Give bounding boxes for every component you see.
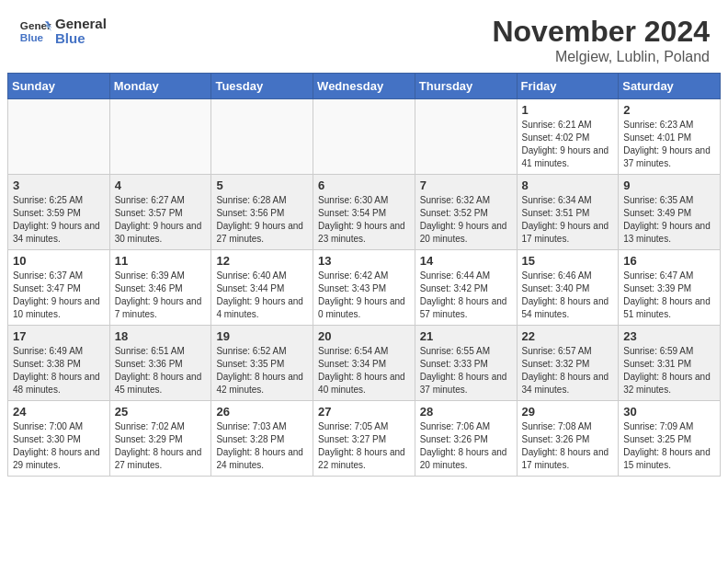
day-number: 18 (115, 329, 207, 343)
day-number: 12 (216, 254, 308, 268)
day-number: 16 (623, 254, 715, 268)
calendar-cell: 25Sunrise: 7:02 AM Sunset: 3:29 PM Dayli… (109, 401, 211, 477)
day-info: Sunrise: 6:30 AM Sunset: 3:54 PM Dayligh… (318, 194, 410, 246)
day-number: 25 (115, 405, 207, 419)
calendar-cell: 28Sunrise: 7:06 AM Sunset: 3:26 PM Dayli… (415, 401, 517, 477)
page-header: General Blue General Blue November 2024 … (0, 0, 728, 73)
calendar-cell: 4Sunrise: 6:27 AM Sunset: 3:57 PM Daylig… (109, 175, 211, 250)
calendar-cell: 27Sunrise: 7:05 AM Sunset: 3:27 PM Dayli… (313, 401, 415, 477)
day-info: Sunrise: 6:52 AM Sunset: 3:35 PM Dayligh… (216, 345, 308, 396)
calendar-cell: 29Sunrise: 7:08 AM Sunset: 3:26 PM Dayli… (517, 401, 619, 477)
day-number: 2 (623, 103, 715, 117)
calendar-cell (8, 99, 110, 175)
day-number: 28 (420, 405, 512, 419)
day-info: Sunrise: 7:09 AM Sunset: 3:25 PM Dayligh… (623, 420, 715, 472)
calendar-cell: 6Sunrise: 6:30 AM Sunset: 3:54 PM Daylig… (313, 175, 415, 250)
day-number: 20 (318, 329, 410, 343)
calendar-body: 1Sunrise: 6:21 AM Sunset: 4:02 PM Daylig… (8, 99, 721, 477)
day-info: Sunrise: 6:21 AM Sunset: 4:02 PM Dayligh… (522, 119, 614, 170)
day-info: Sunrise: 6:44 AM Sunset: 3:42 PM Dayligh… (420, 270, 512, 321)
day-number: 22 (522, 329, 614, 343)
day-info: Sunrise: 6:25 AM Sunset: 3:59 PM Dayligh… (13, 194, 105, 246)
day-info: Sunrise: 6:51 AM Sunset: 3:36 PM Dayligh… (115, 345, 207, 396)
day-info: Sunrise: 6:57 AM Sunset: 3:32 PM Dayligh… (522, 345, 614, 396)
calendar-cell: 12Sunrise: 6:40 AM Sunset: 3:44 PM Dayli… (211, 250, 313, 326)
day-number: 27 (318, 405, 410, 419)
day-number: 7 (420, 178, 512, 192)
logo-general: General (55, 17, 107, 32)
day-number: 1 (522, 103, 614, 117)
day-number: 11 (115, 254, 207, 268)
day-info: Sunrise: 6:28 AM Sunset: 3:56 PM Dayligh… (216, 194, 308, 246)
week-row-4: 17Sunrise: 6:49 AM Sunset: 3:38 PM Dayli… (8, 326, 721, 401)
calendar-cell: 21Sunrise: 6:55 AM Sunset: 3:33 PM Dayli… (415, 326, 517, 401)
day-info: Sunrise: 7:05 AM Sunset: 3:27 PM Dayligh… (318, 420, 410, 472)
day-info: Sunrise: 6:54 AM Sunset: 3:34 PM Dayligh… (318, 345, 410, 396)
day-number: 29 (522, 405, 614, 419)
day-number: 9 (623, 178, 715, 192)
calendar-cell: 15Sunrise: 6:46 AM Sunset: 3:40 PM Dayli… (517, 250, 619, 326)
day-info: Sunrise: 6:42 AM Sunset: 3:43 PM Dayligh… (318, 270, 410, 321)
calendar-cell: 16Sunrise: 6:47 AM Sunset: 3:39 PM Dayli… (619, 250, 721, 326)
calendar-cell: 26Sunrise: 7:03 AM Sunset: 3:28 PM Dayli… (211, 401, 313, 477)
header-monday: Monday (109, 74, 211, 99)
calendar-cell: 10Sunrise: 6:37 AM Sunset: 3:47 PM Dayli… (8, 250, 110, 326)
calendar-cell: 8Sunrise: 6:34 AM Sunset: 3:51 PM Daylig… (517, 175, 619, 250)
day-number: 10 (13, 254, 105, 268)
header-sunday: Sunday (8, 74, 110, 99)
day-number: 26 (216, 405, 308, 419)
title-area: November 2024 Melgiew, Lublin, Poland (492, 15, 710, 65)
day-info: Sunrise: 6:47 AM Sunset: 3:39 PM Dayligh… (623, 270, 715, 321)
day-number: 21 (420, 329, 512, 343)
calendar-cell: 23Sunrise: 6:59 AM Sunset: 3:31 PM Dayli… (619, 326, 721, 401)
day-info: Sunrise: 7:03 AM Sunset: 3:28 PM Dayligh… (216, 420, 308, 472)
calendar-cell: 5Sunrise: 6:28 AM Sunset: 3:56 PM Daylig… (211, 175, 313, 250)
day-info: Sunrise: 6:35 AM Sunset: 3:49 PM Dayligh… (623, 194, 715, 246)
location-subtitle: Melgiew, Lublin, Poland (492, 49, 710, 65)
day-info: Sunrise: 6:27 AM Sunset: 3:57 PM Dayligh… (115, 194, 207, 246)
calendar-cell (415, 99, 517, 175)
day-info: Sunrise: 6:23 AM Sunset: 4:01 PM Dayligh… (623, 119, 715, 170)
day-info: Sunrise: 6:40 AM Sunset: 3:44 PM Dayligh… (216, 270, 308, 321)
calendar-cell (109, 99, 211, 175)
day-info: Sunrise: 6:46 AM Sunset: 3:40 PM Dayligh… (522, 270, 614, 321)
logo-blue: Blue (55, 31, 107, 47)
day-info: Sunrise: 6:59 AM Sunset: 3:31 PM Dayligh… (623, 345, 715, 396)
calendar-cell: 9Sunrise: 6:35 AM Sunset: 3:49 PM Daylig… (619, 175, 721, 250)
header-saturday: Saturday (619, 74, 721, 99)
calendar-cell: 18Sunrise: 6:51 AM Sunset: 3:36 PM Dayli… (109, 326, 211, 401)
calendar-cell: 3Sunrise: 6:25 AM Sunset: 3:59 PM Daylig… (8, 175, 110, 250)
week-row-1: 1Sunrise: 6:21 AM Sunset: 4:02 PM Daylig… (8, 99, 721, 175)
day-info: Sunrise: 6:32 AM Sunset: 3:52 PM Dayligh… (420, 194, 512, 246)
calendar-cell (313, 99, 415, 175)
calendar-cell (211, 99, 313, 175)
day-number: 15 (522, 254, 614, 268)
calendar-header: Sunday Monday Tuesday Wednesday Thursday… (8, 74, 721, 99)
day-number: 6 (318, 178, 410, 192)
calendar-cell: 24Sunrise: 7:00 AM Sunset: 3:30 PM Dayli… (8, 401, 110, 477)
logo-icon: General Blue (18, 15, 51, 48)
day-number: 4 (115, 178, 207, 192)
day-info: Sunrise: 6:49 AM Sunset: 3:38 PM Dayligh… (13, 345, 105, 396)
calendar-cell: 2Sunrise: 6:23 AM Sunset: 4:01 PM Daylig… (619, 99, 721, 175)
day-number: 17 (13, 329, 105, 343)
day-info: Sunrise: 6:39 AM Sunset: 3:46 PM Dayligh… (115, 270, 207, 321)
calendar-cell: 22Sunrise: 6:57 AM Sunset: 3:32 PM Dayli… (517, 326, 619, 401)
calendar-cell: 7Sunrise: 6:32 AM Sunset: 3:52 PM Daylig… (415, 175, 517, 250)
header-tuesday: Tuesday (211, 74, 313, 99)
day-info: Sunrise: 7:08 AM Sunset: 3:26 PM Dayligh… (522, 420, 614, 472)
weekday-header-row: Sunday Monday Tuesday Wednesday Thursday… (8, 74, 721, 99)
week-row-5: 24Sunrise: 7:00 AM Sunset: 3:30 PM Dayli… (8, 401, 721, 477)
week-row-3: 10Sunrise: 6:37 AM Sunset: 3:47 PM Dayli… (8, 250, 721, 326)
day-number: 19 (216, 329, 308, 343)
week-row-2: 3Sunrise: 6:25 AM Sunset: 3:59 PM Daylig… (8, 175, 721, 250)
day-number: 24 (13, 405, 105, 419)
day-number: 13 (318, 254, 410, 268)
calendar-cell: 19Sunrise: 6:52 AM Sunset: 3:35 PM Dayli… (211, 326, 313, 401)
month-year-title: November 2024 (492, 15, 710, 49)
header-wednesday: Wednesday (313, 74, 415, 99)
day-number: 23 (623, 329, 715, 343)
header-friday: Friday (517, 74, 619, 99)
day-info: Sunrise: 7:06 AM Sunset: 3:26 PM Dayligh… (420, 420, 512, 472)
calendar-cell: 20Sunrise: 6:54 AM Sunset: 3:34 PM Dayli… (313, 326, 415, 401)
